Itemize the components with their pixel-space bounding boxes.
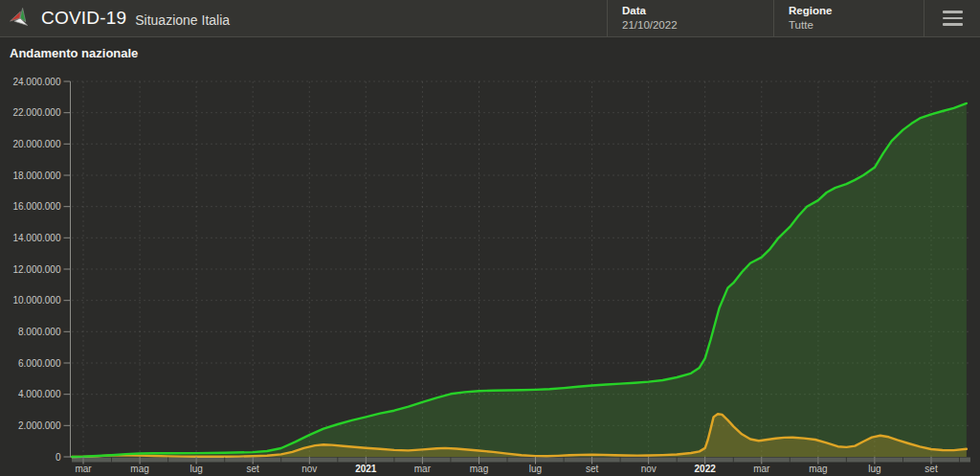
y-tick-label: 16.000.000: [12, 201, 60, 212]
hamburger-icon: [943, 11, 963, 26]
y-tick-label: 12.000.000: [12, 264, 60, 275]
x-tick-label: nov: [301, 464, 317, 474]
x-tick-label: set: [924, 464, 938, 474]
italy-tricolor-pinwheel-icon: [8, 6, 33, 31]
brand: COVID-19 Situazione Italia: [0, 0, 607, 36]
date-filter-label: Data: [622, 4, 773, 18]
y-tick-label: 14.000.000: [12, 233, 60, 243]
date-filter[interactable]: Data 21/10/2022: [607, 0, 773, 36]
y-tick-label: 24.000.000: [12, 77, 60, 87]
app-header: COVID-19 Situazione Italia Data 21/10/20…: [0, 0, 980, 37]
x-tick-label: 2022: [695, 464, 717, 474]
menu-button[interactable]: [924, 0, 980, 36]
x-tick-label: set: [586, 464, 599, 474]
region-filter-value: Tutte: [789, 18, 924, 33]
national-trend-chart[interactable]: marmaglugsetnov2021marmaglugsetnov2022ma…: [0, 66, 980, 475]
series-layer: [72, 103, 967, 457]
x-axis: marmaglugsetnov2021marmaglugsetnov2022ma…: [72, 457, 970, 474]
x-tick-label: mar: [414, 464, 432, 474]
x-tick-label: mar: [75, 464, 92, 474]
y-tick-label: 2.000.000: [18, 420, 61, 431]
x-tick-label: mar: [753, 464, 770, 474]
x-tick-label: lug: [189, 464, 202, 474]
y-tick-label: 6.000.000: [18, 358, 61, 369]
chart-title: Andamento nazionale: [0, 37, 980, 66]
x-tick-label: set: [247, 464, 260, 474]
main-content: Andamento nazionale marmaglugsetnov2021m…: [0, 37, 980, 475]
y-tick-label: 18.000.000: [12, 170, 60, 181]
x-tick-label: nov: [641, 464, 657, 474]
date-filter-value: 21/10/2022: [622, 18, 773, 33]
y-tick-label: 0: [56, 452, 61, 463]
y-tick-label: 10.000.000: [12, 295, 60, 306]
y-axis: 02.000.0004.000.0006.000.0008.000.00010.…: [12, 77, 70, 463]
x-tick-label: mag: [809, 464, 827, 474]
x-tick-label: mag: [130, 464, 148, 474]
x-tick-label: lug: [529, 464, 542, 474]
x-tick-label: 2021: [355, 464, 377, 474]
region-filter[interactable]: Regione Tutte: [773, 0, 924, 36]
cumulative-total-green-area: [72, 103, 967, 457]
x-tick-label: lug: [868, 464, 880, 474]
y-tick-label: 4.000.000: [18, 389, 61, 399]
y-tick-label: 22.000.000: [12, 107, 60, 118]
y-tick-label: 20.000.000: [12, 139, 60, 149]
x-tick-label: mag: [470, 464, 488, 474]
app-title: COVID-19: [41, 8, 126, 29]
region-filter-label: Regione: [789, 4, 924, 18]
y-tick-label: 8.000.000: [18, 327, 61, 337]
app-subtitle: Situazione Italia: [135, 10, 230, 28]
